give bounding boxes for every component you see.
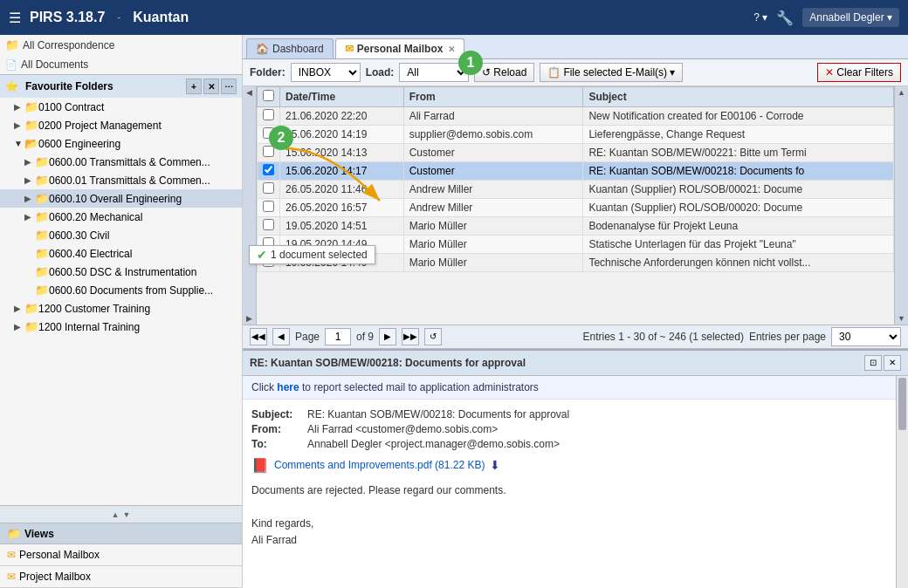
table-row[interactable]: 26.05.2020 16:57 Andrew Miller Kuantan (… — [258, 199, 894, 217]
next-page-btn[interactable]: ▶ — [379, 328, 396, 345]
tab-dashboard[interactable]: 🏠 Dashboard — [246, 38, 334, 58]
tab-personal-mailbox[interactable]: ✉ Personal Mailbox ✕ — [335, 38, 465, 58]
row-from: Andrew Miller — [403, 199, 583, 217]
col-checkbox[interactable] — [258, 87, 280, 107]
table-row[interactable]: 21.06.2020 22:20 Ali Farrad New Notifica… — [258, 107, 894, 126]
tree-item-0600-50[interactable]: 📁 0600.50 DSC & Instrumentation — [0, 263, 242, 281]
download-icon[interactable]: ⬇ — [490, 458, 500, 472]
project-mailbox-icon: ✉ — [7, 571, 16, 583]
scroll-arrow-up: ▲ — [112, 510, 120, 519]
attachment-link[interactable]: Comments and Improvements.pdf (81.22 KB) — [274, 459, 485, 471]
nav-right-arrow[interactable]: ▶ — [246, 314, 252, 323]
row-from: Mario Müller — [403, 254, 583, 272]
preview-scrollbar[interactable] — [896, 376, 908, 589]
col-from[interactable]: From — [403, 87, 583, 107]
tree-item-label: 0600.20 Mechanical — [49, 211, 142, 223]
personal-mailbox-item[interactable]: ✉ Personal Mailbox — [0, 544, 242, 566]
email-preview: RE: Kuantan SOB/MEW/00218: Documents for… — [243, 349, 908, 589]
sidebar-scroll-handle[interactable]: ▲ ▼ — [0, 505, 242, 523]
tree-item-0200[interactable]: ▶ 📁 0200 Project Management — [0, 116, 242, 134]
row-checkbox-cell — [258, 181, 280, 199]
badge-2: 2 — [269, 126, 293, 150]
file-selected-button[interactable]: 📋 File selected E-Mail(s) ▾ — [540, 63, 683, 82]
tree-item-label: 1200 Internal Training — [38, 321, 140, 333]
reload-button[interactable]: ↺ Reload — [474, 63, 534, 82]
subject-value: RE: Kuantan SOB/MEW/00218: Documents for… — [307, 408, 569, 420]
table-row[interactable]: 26.05.2020 11:46 Andrew Miller Kuantan (… — [258, 181, 894, 199]
select-all-checkbox[interactable] — [263, 90, 274, 101]
tree-item-0600-40[interactable]: 📁 0600.40 Electrical — [0, 244, 242, 263]
sidebar-all-documents[interactable]: 📄 All Documents — [0, 55, 242, 74]
tree-item-0100[interactable]: ▶ 📁 0100 Contract — [0, 98, 242, 116]
row-checkbox-cell — [258, 162, 280, 181]
col-subject[interactable]: Subject — [583, 87, 894, 107]
tree-item-0600-30[interactable]: 📁 0600.30 Civil — [0, 226, 242, 244]
tree-item-0600-10[interactable]: ▶ 📁 0600.10 Overall Engineering — [0, 189, 242, 208]
row-checkbox[interactable] — [263, 109, 274, 120]
row-checkbox[interactable] — [263, 164, 274, 175]
main-layout: 📁 All Correspondence 📄 All Documents ⭐ F… — [0, 35, 908, 588]
folder-icon: 📁 — [35, 174, 49, 187]
tab-close-btn[interactable]: ✕ — [448, 44, 455, 54]
tree-item-0600-20[interactable]: ▶ 📁 0600.20 Mechanical — [0, 208, 242, 226]
tree-item-0600[interactable]: ▼ 📂 0600 Engineering — [0, 134, 242, 153]
row-checkbox[interactable] — [263, 182, 274, 194]
tree-item-1200-int[interactable]: ▶ 📁 1200 Internal Training — [0, 318, 242, 336]
tree-item-1200-cust[interactable]: ▶ 📁 1200 Customer Training — [0, 299, 242, 318]
last-page-btn[interactable]: ▶▶ — [402, 328, 419, 345]
row-datetime: 21.06.2020 22:20 — [280, 107, 404, 126]
folder-icon: 📁 — [35, 210, 49, 223]
preview-subject-row: Subject: RE: Kuantan SOB/MEW/00218: Docu… — [251, 408, 887, 420]
nav-bottom-arrow[interactable]: ▼ — [898, 314, 905, 323]
row-subject: Statische Unterlagen für das Projekt "Le… — [583, 236, 894, 254]
nav-left-arrow[interactable]: ◀ — [246, 88, 252, 97]
row-checkbox[interactable] — [263, 219, 274, 230]
page-input[interactable] — [325, 328, 351, 345]
row-datetime: 15.06.2020 14:19 — [280, 126, 404, 144]
scroll-thumb[interactable] — [898, 378, 906, 430]
nav-top-arrow[interactable]: ▲ — [898, 88, 905, 97]
folder-icon: 📁 — [24, 119, 38, 132]
tree-item-label: 0600 Engineering — [38, 138, 120, 150]
sidebar-all-correspondence[interactable]: 📁 All Correspondence — [0, 35, 242, 55]
project-mailbox-item[interactable]: ✉ Project Mailbox — [0, 566, 242, 588]
folder-icon: 📁 — [35, 284, 49, 297]
tree-item-0600-00[interactable]: ▶ 📁 0600.00 Transmittals & Commen... — [0, 153, 242, 171]
tools-button[interactable]: 🔧 — [776, 10, 794, 26]
folder-label: Folder: — [250, 66, 285, 79]
per-page-select[interactable]: 30 50 100 — [831, 327, 901, 346]
preview-maximize-btn[interactable]: ✕ — [884, 355, 901, 371]
personal-mailbox-label: Personal Mailbox — [19, 549, 100, 561]
tree-item-0600-60[interactable]: 📁 0600.60 Documents from Supplie... — [0, 281, 242, 299]
refresh-page-btn[interactable]: ↺ — [424, 328, 442, 345]
table-row[interactable]: 15.06.2020 14:19 supplier@demo.sobis.com… — [258, 126, 894, 144]
folder-select[interactable]: INBOX — [291, 63, 361, 82]
fav-edit-btn[interactable]: ✕ — [203, 79, 219, 94]
menu-icon[interactable]: ☰ — [9, 10, 21, 26]
row-subject: RE: Kuantan SOB/MEW/00221: Bitte um Term… — [583, 144, 894, 162]
row-checkbox[interactable] — [263, 146, 274, 157]
clear-filters-button[interactable]: ✕ Clear Filters — [817, 63, 901, 82]
table-row[interactable]: 15.06.2020 14:17 Customer RE: Kuantan SO… — [258, 162, 894, 181]
preview-resize-btn[interactable]: ⊡ — [864, 355, 882, 371]
prev-page-btn[interactable]: ◀ — [272, 328, 290, 345]
reload-icon: ↺ — [482, 66, 491, 79]
pdf-icon: 📕 — [251, 457, 269, 474]
user-menu[interactable]: Annabell Degler ▾ — [802, 8, 899, 27]
fav-add-btn[interactable]: + — [186, 79, 202, 94]
col-datetime[interactable]: Date/Time — [280, 87, 404, 107]
tree-arrow: ▶ — [24, 212, 35, 222]
row-checkbox[interactable] — [263, 201, 274, 212]
table-row[interactable]: 19.05.2020 14:51 Mario Müller Bodenanaly… — [258, 217, 894, 236]
table-row[interactable]: 15.06.2020 14:13 Customer RE: Kuantan SO… — [258, 144, 894, 162]
first-page-btn[interactable]: ◀◀ — [250, 328, 267, 345]
help-button[interactable]: ? ▾ — [753, 11, 767, 24]
fav-more-btn[interactable]: ⋯ — [221, 79, 237, 94]
folder-icon: 📁 — [35, 229, 49, 242]
report-link[interactable]: here — [277, 381, 299, 393]
tree-item-0600-01[interactable]: ▶ 📁 0600.01 Transmittals & Commen... — [0, 171, 242, 189]
row-subject: Technische Anforderungen können nicht vo… — [583, 254, 894, 272]
tree-item-label: 0600.40 Electrical — [49, 248, 132, 260]
folder-open-icon: 📂 — [24, 137, 38, 150]
row-datetime: 15.06.2020 14:17 — [280, 162, 404, 181]
